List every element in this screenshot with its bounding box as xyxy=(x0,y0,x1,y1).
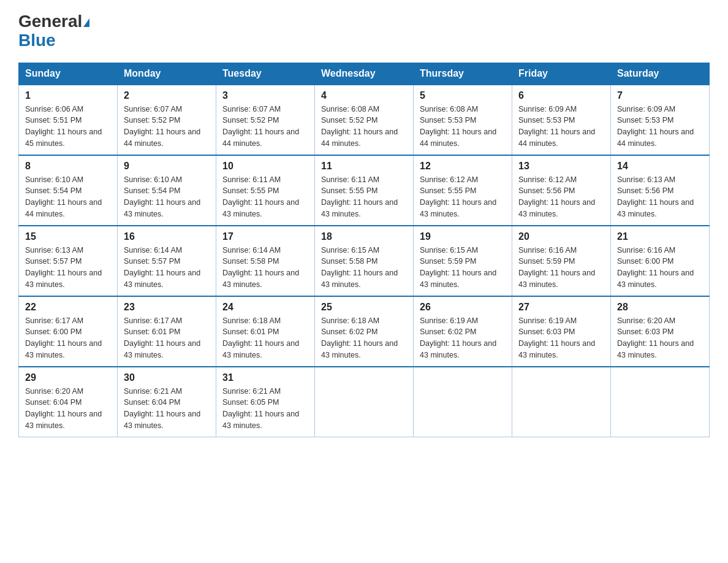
day-number: 4 xyxy=(321,90,407,101)
day-number: 10 xyxy=(222,161,308,172)
day-info: Sunrise: 6:19 AMSunset: 6:03 PMDaylight:… xyxy=(518,315,604,361)
day-number: 13 xyxy=(518,161,604,172)
calendar-cell: 28Sunrise: 6:20 AMSunset: 6:03 PMDayligh… xyxy=(611,296,710,367)
day-number: 7 xyxy=(617,90,703,101)
day-info: Sunrise: 6:13 AMSunset: 5:56 PMDaylight:… xyxy=(617,174,703,220)
calendar-cell: 1Sunrise: 6:06 AMSunset: 5:51 PMDaylight… xyxy=(19,85,118,155)
weekday-header-thursday: Thursday xyxy=(414,63,512,85)
day-info: Sunrise: 6:20 AMSunset: 6:04 PMDaylight:… xyxy=(25,386,111,432)
day-number: 30 xyxy=(124,372,210,383)
calendar-week-3: 15Sunrise: 6:13 AMSunset: 5:57 PMDayligh… xyxy=(19,226,710,296)
day-number: 9 xyxy=(124,161,210,172)
calendar-cell: 30Sunrise: 6:21 AMSunset: 6:04 PMDayligh… xyxy=(118,367,216,437)
day-number: 1 xyxy=(25,90,111,101)
day-number: 2 xyxy=(124,90,210,101)
day-number: 27 xyxy=(518,302,604,313)
calendar-cell: 4Sunrise: 6:08 AMSunset: 5:52 PMDaylight… xyxy=(315,85,414,155)
day-number: 11 xyxy=(321,161,407,172)
calendar-cell: 9Sunrise: 6:10 AMSunset: 5:54 PMDaylight… xyxy=(118,155,216,226)
calendar-cell: 31Sunrise: 6:21 AMSunset: 6:05 PMDayligh… xyxy=(216,367,315,437)
calendar-cell xyxy=(512,367,611,437)
day-info: Sunrise: 6:11 AMSunset: 5:55 PMDaylight:… xyxy=(321,174,407,220)
day-info: Sunrise: 6:17 AMSunset: 6:00 PMDaylight:… xyxy=(25,315,111,361)
day-number: 14 xyxy=(617,161,703,172)
calendar-cell: 20Sunrise: 6:16 AMSunset: 5:59 PMDayligh… xyxy=(512,226,611,296)
day-info: Sunrise: 6:15 AMSunset: 5:59 PMDaylight:… xyxy=(420,245,506,291)
day-info: Sunrise: 6:09 AMSunset: 5:53 PMDaylight:… xyxy=(518,104,604,150)
day-number: 17 xyxy=(222,231,308,242)
weekday-header-sunday: Sunday xyxy=(19,63,118,85)
calendar-week-5: 29Sunrise: 6:20 AMSunset: 6:04 PMDayligh… xyxy=(19,367,710,437)
weekday-row: SundayMondayTuesdayWednesdayThursdayFrid… xyxy=(19,63,710,85)
day-number: 24 xyxy=(222,302,308,313)
calendar-cell: 13Sunrise: 6:12 AMSunset: 5:56 PMDayligh… xyxy=(512,155,611,226)
weekday-header-saturday: Saturday xyxy=(611,63,710,85)
day-number: 28 xyxy=(617,302,703,313)
day-info: Sunrise: 6:19 AMSunset: 6:02 PMDaylight:… xyxy=(420,315,506,361)
day-number: 15 xyxy=(25,231,111,242)
day-info: Sunrise: 6:20 AMSunset: 6:03 PMDaylight:… xyxy=(617,315,703,361)
calendar-cell: 12Sunrise: 6:12 AMSunset: 5:55 PMDayligh… xyxy=(414,155,512,226)
day-info: Sunrise: 6:10 AMSunset: 5:54 PMDaylight:… xyxy=(25,174,111,220)
calendar-header: SundayMondayTuesdayWednesdayThursdayFrid… xyxy=(19,63,710,85)
day-number: 21 xyxy=(617,231,703,242)
calendar-cell: 18Sunrise: 6:15 AMSunset: 5:58 PMDayligh… xyxy=(315,226,414,296)
calendar-cell: 24Sunrise: 6:18 AMSunset: 6:01 PMDayligh… xyxy=(216,296,315,367)
calendar-cell: 19Sunrise: 6:15 AMSunset: 5:59 PMDayligh… xyxy=(414,226,512,296)
day-info: Sunrise: 6:16 AMSunset: 6:00 PMDaylight:… xyxy=(617,245,703,291)
calendar-cell: 5Sunrise: 6:08 AMSunset: 5:53 PMDaylight… xyxy=(414,85,512,155)
day-info: Sunrise: 6:16 AMSunset: 5:59 PMDaylight:… xyxy=(518,245,604,291)
day-info: Sunrise: 6:17 AMSunset: 6:01 PMDaylight:… xyxy=(124,315,210,361)
day-info: Sunrise: 6:21 AMSunset: 6:04 PMDaylight:… xyxy=(124,386,210,432)
calendar-cell: 22Sunrise: 6:17 AMSunset: 6:00 PMDayligh… xyxy=(19,296,118,367)
day-number: 3 xyxy=(222,90,308,101)
weekday-header-wednesday: Wednesday xyxy=(315,63,414,85)
calendar-cell: 25Sunrise: 6:18 AMSunset: 6:02 PMDayligh… xyxy=(315,296,414,367)
calendar-cell xyxy=(315,367,414,437)
weekday-header-monday: Monday xyxy=(118,63,216,85)
day-number: 22 xyxy=(25,302,111,313)
calendar-week-2: 8Sunrise: 6:10 AMSunset: 5:54 PMDaylight… xyxy=(19,155,710,226)
day-info: Sunrise: 6:14 AMSunset: 5:57 PMDaylight:… xyxy=(124,245,210,291)
day-info: Sunrise: 6:13 AMSunset: 5:57 PMDaylight:… xyxy=(25,245,111,291)
logo-general-text: General xyxy=(18,12,82,31)
day-number: 8 xyxy=(25,161,111,172)
page-header: General Blue xyxy=(18,12,710,50)
day-number: 23 xyxy=(124,302,210,313)
calendar-cell: 7Sunrise: 6:09 AMSunset: 5:53 PMDaylight… xyxy=(611,85,710,155)
day-number: 6 xyxy=(518,90,604,101)
calendar-cell: 15Sunrise: 6:13 AMSunset: 5:57 PMDayligh… xyxy=(19,226,118,296)
calendar-cell: 27Sunrise: 6:19 AMSunset: 6:03 PMDayligh… xyxy=(512,296,611,367)
logo: General Blue xyxy=(18,12,89,50)
calendar-cell: 14Sunrise: 6:13 AMSunset: 5:56 PMDayligh… xyxy=(611,155,710,226)
day-info: Sunrise: 6:21 AMSunset: 6:05 PMDaylight:… xyxy=(222,386,308,432)
day-info: Sunrise: 6:07 AMSunset: 5:52 PMDaylight:… xyxy=(124,104,210,150)
calendar-cell: 26Sunrise: 6:19 AMSunset: 6:02 PMDayligh… xyxy=(414,296,512,367)
day-info: Sunrise: 6:18 AMSunset: 6:02 PMDaylight:… xyxy=(321,315,407,361)
day-number: 29 xyxy=(25,372,111,383)
day-number: 16 xyxy=(124,231,210,242)
calendar-cell: 23Sunrise: 6:17 AMSunset: 6:01 PMDayligh… xyxy=(118,296,216,367)
day-number: 12 xyxy=(420,161,506,172)
day-info: Sunrise: 6:06 AMSunset: 5:51 PMDaylight:… xyxy=(25,104,111,150)
day-number: 20 xyxy=(518,231,604,242)
logo-triangle-icon xyxy=(83,18,89,27)
calendar-cell: 6Sunrise: 6:09 AMSunset: 5:53 PMDaylight… xyxy=(512,85,611,155)
day-number: 5 xyxy=(420,90,506,101)
day-number: 26 xyxy=(420,302,506,313)
day-info: Sunrise: 6:11 AMSunset: 5:55 PMDaylight:… xyxy=(222,174,308,220)
logo-blue-line: Blue xyxy=(18,31,56,50)
calendar-cell: 8Sunrise: 6:10 AMSunset: 5:54 PMDaylight… xyxy=(19,155,118,226)
day-info: Sunrise: 6:18 AMSunset: 6:01 PMDaylight:… xyxy=(222,315,308,361)
day-info: Sunrise: 6:09 AMSunset: 5:53 PMDaylight:… xyxy=(617,104,703,150)
calendar-cell: 21Sunrise: 6:16 AMSunset: 6:00 PMDayligh… xyxy=(611,226,710,296)
calendar-cell: 2Sunrise: 6:07 AMSunset: 5:52 PMDaylight… xyxy=(118,85,216,155)
day-number: 18 xyxy=(321,231,407,242)
day-info: Sunrise: 6:08 AMSunset: 5:53 PMDaylight:… xyxy=(420,104,506,150)
calendar-cell xyxy=(414,367,512,437)
calendar-table: SundayMondayTuesdayWednesdayThursdayFrid… xyxy=(18,63,710,437)
day-number: 19 xyxy=(420,231,506,242)
day-info: Sunrise: 6:12 AMSunset: 5:56 PMDaylight:… xyxy=(518,174,604,220)
day-info: Sunrise: 6:08 AMSunset: 5:52 PMDaylight:… xyxy=(321,104,407,150)
logo-blue-text: Blue xyxy=(18,31,56,50)
